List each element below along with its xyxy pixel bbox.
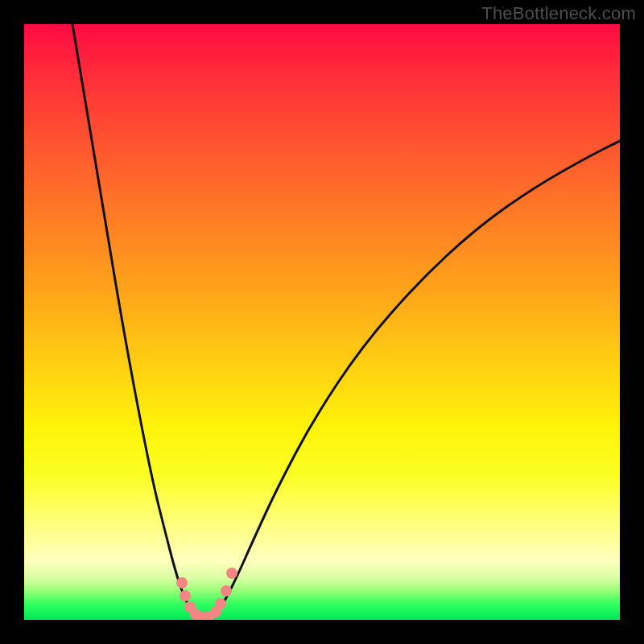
outer-frame: TheBottleneck.com (0, 0, 644, 644)
chart-svg (24, 24, 620, 620)
plot-area (24, 24, 620, 620)
data-dot (215, 598, 226, 609)
data-dot (221, 585, 232, 597)
curve-left (72, 24, 197, 617)
data-dots (176, 568, 237, 620)
watermark-text: TheBottleneck.com (481, 3, 636, 24)
curve-right (213, 141, 620, 617)
data-dot (180, 590, 191, 601)
data-dot (226, 568, 237, 579)
data-dot (176, 577, 188, 588)
